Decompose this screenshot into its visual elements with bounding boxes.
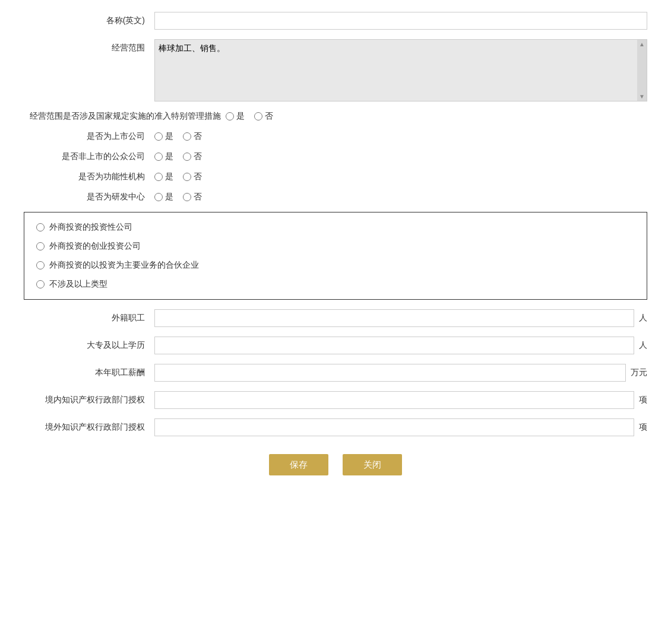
public-yes-radio[interactable] (154, 153, 163, 161)
public-yes[interactable]: 是 (154, 151, 173, 162)
rd-center-row: 是否为研发中心 是 否 (24, 192, 647, 202)
public-no[interactable]: 否 (183, 151, 202, 162)
partnership-label: 外商投资的以投资为主要业务的合伙企业 (49, 260, 199, 271)
venture-capital-option[interactable]: 外商投资的创业投资公司 (36, 241, 635, 252)
listed-company-radio-group: 是 否 (154, 131, 202, 142)
not-applicable-radio[interactable] (36, 280, 45, 288)
foreign-ip-input[interactable] (154, 418, 634, 436)
special-mgmt-no-radio[interactable] (254, 112, 262, 120)
partnership-option[interactable]: 外商投资的以投资为主要业务的合伙企业 (36, 260, 635, 271)
listed-no-label: 否 (194, 131, 202, 142)
special-mgmt-row: 经营范围是否涉及国家规定实施的准入特别管理措施 是 否 (24, 111, 647, 122)
name-en-row: 各称(英文) (24, 12, 647, 30)
rd-yes-radio[interactable] (154, 193, 163, 201)
rd-yes[interactable]: 是 (154, 192, 173, 202)
special-type-box: 外商投资的投资性公司 外商投资的创业投资公司 外商投资的以投资为主要业务的合伙企… (24, 212, 647, 300)
college-education-row: 大专及以上学历 人 (24, 337, 647, 354)
investment-company-radio[interactable] (36, 223, 45, 231)
foreign-ip-label: 境外知识产权行政部门授权 (24, 422, 154, 433)
scrollbar[interactable]: ▲ ▼ (637, 40, 647, 101)
listed-yes-label: 是 (165, 131, 173, 142)
rd-no[interactable]: 否 (183, 192, 202, 202)
foreign-staff-unit: 人 (639, 313, 647, 323)
annual-salary-label: 本年职工薪酬 (24, 367, 154, 378)
domestic-ip-unit: 项 (639, 395, 647, 405)
functional-no-radio[interactable] (183, 173, 191, 181)
scope-label: 经营范围 (24, 39, 154, 53)
annual-salary-unit: 万元 (631, 367, 647, 378)
listed-no[interactable]: 否 (183, 131, 202, 142)
rd-center-radio-group: 是 否 (154, 192, 202, 202)
listed-yes-radio[interactable] (154, 132, 163, 141)
scroll-down-icon[interactable]: ▼ (639, 93, 645, 100)
functional-no-label: 否 (194, 172, 202, 182)
not-applicable-label: 不涉及以上类型 (49, 279, 107, 290)
college-education-label: 大专及以上学历 (24, 340, 154, 351)
rd-center-label: 是否为研发中心 (24, 192, 154, 202)
scroll-up-icon[interactable]: ▲ (639, 41, 645, 47)
college-education-unit: 人 (639, 340, 647, 351)
rd-no-label: 否 (194, 192, 202, 202)
functional-org-label: 是否为功能性机构 (24, 172, 154, 182)
listed-no-radio[interactable] (183, 132, 191, 141)
name-en-input[interactable] (154, 12, 647, 30)
public-no-radio[interactable] (183, 153, 191, 161)
scope-textarea-wrapper: 棒球加工、销售。 ▲ ▼ (154, 39, 647, 101)
investment-company-option[interactable]: 外商投资的投资性公司 (36, 222, 635, 233)
functional-no[interactable]: 否 (183, 172, 202, 182)
listed-company-label: 是否为上市公司 (24, 131, 154, 142)
save-button[interactable]: 保存 (269, 454, 328, 475)
form-container: 各称(英文) 经营范围 棒球加工、销售。 ▲ ▼ 经营范围是否涉及国家规定实施的… (24, 12, 647, 475)
annual-salary-row: 本年职工薪酬 万元 (24, 364, 647, 382)
domestic-ip-label: 境内知识产权行政部门授权 (24, 395, 154, 405)
foreign-staff-input[interactable] (154, 309, 634, 327)
special-mgmt-yes[interactable]: 是 (226, 111, 245, 122)
special-mgmt-yes-radio[interactable] (226, 112, 234, 120)
public-yes-label: 是 (165, 151, 173, 162)
close-button[interactable]: 关闭 (343, 454, 402, 475)
foreign-ip-row: 境外知识产权行政部门授权 项 (24, 418, 647, 436)
functional-yes-radio[interactable] (154, 173, 163, 181)
foreign-ip-unit: 项 (639, 422, 647, 433)
public-company-radio-group: 是 否 (154, 151, 202, 162)
listed-company-row: 是否为上市公司 是 否 (24, 131, 647, 142)
scope-textarea[interactable]: 棒球加工、销售。 (155, 40, 647, 99)
foreign-staff-label: 外籍职工 (24, 313, 154, 323)
rd-no-radio[interactable] (183, 193, 191, 201)
special-mgmt-no[interactable]: 否 (254, 111, 273, 122)
rd-yes-label: 是 (165, 192, 173, 202)
domestic-ip-input[interactable] (154, 391, 634, 409)
not-applicable-option[interactable]: 不涉及以上类型 (36, 279, 635, 290)
venture-capital-label: 外商投资的创业投资公司 (49, 241, 141, 252)
functional-org-row: 是否为功能性机构 是 否 (24, 172, 647, 182)
public-company-row: 是否非上市的公众公司 是 否 (24, 151, 647, 162)
public-company-label: 是否非上市的公众公司 (24, 151, 154, 162)
domestic-ip-row: 境内知识产权行政部门授权 项 (24, 391, 647, 409)
partnership-radio[interactable] (36, 261, 45, 269)
public-no-label: 否 (194, 151, 202, 162)
name-en-label: 各称(英文) (24, 15, 154, 26)
venture-capital-radio[interactable] (36, 242, 45, 250)
investment-company-label: 外商投资的投资性公司 (49, 222, 132, 233)
special-mgmt-no-label: 否 (265, 111, 273, 122)
functional-org-radio-group: 是 否 (154, 172, 202, 182)
scope-row: 经营范围 棒球加工、销售。 ▲ ▼ (24, 39, 647, 101)
special-mgmt-label: 经营范围是否涉及国家规定实施的准入特别管理措施 (24, 111, 226, 122)
functional-yes[interactable]: 是 (154, 172, 173, 182)
college-education-input[interactable] (154, 337, 634, 354)
annual-salary-input[interactable] (154, 364, 626, 382)
special-mgmt-radio-group: 是 否 (226, 111, 273, 122)
functional-yes-label: 是 (165, 172, 173, 182)
foreign-staff-row: 外籍职工 人 (24, 309, 647, 327)
button-row: 保存 关闭 (24, 454, 647, 475)
listed-yes[interactable]: 是 (154, 131, 173, 142)
special-mgmt-yes-label: 是 (236, 111, 245, 122)
